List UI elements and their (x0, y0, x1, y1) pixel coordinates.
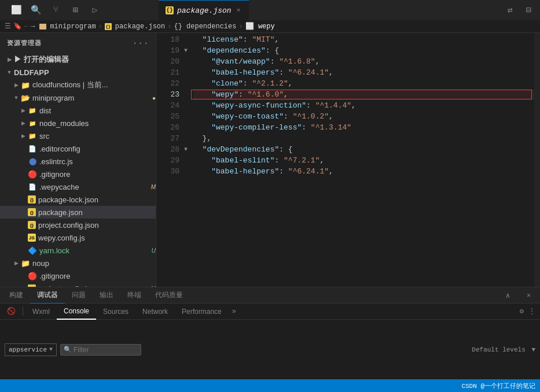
panel-close-button[interactable]: × (520, 287, 538, 304)
open-editors-arrow: ▶ (5, 57, 14, 62)
panel-tab-terminal[interactable]: 终端 (120, 287, 148, 304)
appservice-selector[interactable]: appservice ▼ (5, 343, 57, 356)
sidebar-item-dldfapp[interactable]: ▼ DLDFAPP (0, 66, 156, 79)
sidebar-item-yarn-lock[interactable]: 🔷 yarn.lock U (0, 244, 156, 257)
sidebar-item-eslintrc[interactable]: ⬤ .eslintrc.js (0, 155, 156, 168)
wc-label: .wepycache (39, 183, 149, 191)
console-clear-button[interactable]: 🚫 (5, 307, 18, 316)
sidebar-item-wepycache[interactable]: 📄 .wepycache M (0, 180, 156, 193)
title-bar-right: ⇄ ⊟ (503, 3, 540, 17)
tab-package-json[interactable]: {} package.json × (159, 0, 249, 20)
git-icon[interactable]: ⑂ (49, 3, 63, 17)
panel-collapse-button[interactable]: ∧ (498, 287, 517, 304)
run-icon[interactable]: ▷ (88, 3, 102, 17)
breadcrumb-menu-icon[interactable]: ☰ (5, 22, 11, 31)
sidebar-item-dist[interactable]: ▶ 📁 dist (0, 104, 156, 117)
eslint-icon: ⬤ (28, 157, 37, 166)
sidebar-item-noup-gitignore[interactable]: 🔴 .gitignore (0, 269, 156, 282)
sidebar-item-gitignore[interactable]: 🔴 .gitignore (0, 168, 156, 180)
code-line-24: "wepy-async-function": "^1.4.4", (193, 100, 534, 111)
sidebar-item-node-modules[interactable]: ▶ 📁 node_modules (0, 117, 156, 130)
dist-label: dist (39, 106, 156, 115)
noup-arrow: ▶ (12, 260, 21, 266)
tab-close-button[interactable]: × (235, 6, 243, 14)
main-content: 资源管理器 ··· ▶ ▶ 打开的编辑器 ▼ DLDFAPP ▶ 📁 cloud… (0, 33, 540, 287)
panel-tab-build[interactable]: 构建 (2, 287, 30, 304)
nav-back-icon[interactable]: ← (24, 23, 28, 31)
console-tab-wxml[interactable]: Wxml (25, 304, 57, 320)
breadcrumb-miniprogram[interactable]: miniprogram (50, 23, 95, 31)
breadcrumb-chevron-3: › (238, 23, 243, 31)
console-bottom-row: appservice ▼ 🔍 Default levels ▼ (5, 343, 535, 356)
noup-label: noup (32, 259, 156, 268)
code-line-27: }, (193, 133, 534, 144)
status-csdn: CSDN @一个打工仔的笔记 (461, 382, 535, 390)
sidebar-more-button[interactable]: ··· (132, 38, 149, 49)
breadcrumb-bookmark-icon[interactable]: 🔖 (13, 22, 22, 31)
code-line-30: "babel-helpers": "^6.24.1", (193, 166, 534, 177)
code-line-28: ▼ "devDependencies": { (193, 144, 534, 155)
breadcrumb-chevron-2: › (167, 23, 171, 31)
yl-label: yarn.lock (39, 246, 149, 255)
pc-label: project.config.json (38, 221, 156, 230)
editor-tabs: {} package.json × (156, 0, 503, 20)
dldfapp-arrow: ▼ (5, 69, 14, 75)
code-line-23: "wepy": "^1.6.0", (193, 89, 534, 100)
sidebar-item-miniprogram[interactable]: ▼ 📂 miniprogram ● (0, 91, 156, 104)
code-container: 18192021222324252627282930 "license": "M… (156, 33, 540, 287)
panel-tab-debugger[interactable]: 调试器 (30, 287, 65, 304)
sidebar-item-package-lock[interactable]: {} package-lock.json (0, 193, 156, 206)
breadcrumb-package-json[interactable]: package.json (115, 23, 165, 31)
bottom-area: 构建 调试器 问题 输出 终端 代码质量 ∧ × 🚫 Wxml Console … (0, 287, 540, 379)
breadcrumb-wepy[interactable]: ⬜ wepy (245, 22, 275, 31)
explorer-icon[interactable]: ⬜ (9, 3, 23, 17)
nav-forward-icon[interactable]: → (31, 23, 35, 31)
panel-tab-code-quality[interactable]: 代码质量 (148, 287, 190, 304)
filter-input[interactable] (60, 344, 141, 356)
sidebar-item-cloudfunctions[interactable]: ▶ 📁 cloudfunctions | 当前... (0, 79, 156, 91)
sidebar-item-open-editors[interactable]: ▶ ▶ 打开的编辑器 (0, 53, 156, 66)
sidebar-item-wepy-config[interactable]: JS wepy.config.js (0, 231, 156, 244)
breadcrumb-dependencies[interactable]: {} dependencies (174, 23, 236, 31)
console-tab-sources[interactable]: Sources (96, 304, 135, 320)
console-right: ⚙ ⋮ (520, 307, 535, 316)
console-settings-icon[interactable]: ⚙ (520, 307, 524, 316)
code-editor[interactable]: "license": "MIT",▼ "dependencies": { "@v… (184, 33, 534, 287)
default-levels-selector[interactable]: Default levels ▼ (472, 346, 535, 353)
search-icon[interactable]: 🔍 (29, 3, 43, 17)
sidebar-item-editorconfig[interactable]: 📄 .editorconfig (0, 142, 156, 155)
sidebar-item-project-config[interactable]: {} project.config.json (0, 219, 156, 231)
collapse-arrow-28[interactable]: ▼ (184, 144, 188, 155)
console-tab-performance[interactable]: Performance (175, 304, 229, 320)
line-numbers: 18192021222324252627282930 (156, 33, 184, 287)
nm-arrow: ▶ (19, 120, 28, 126)
sidebar-icons: ⬜ 🔍 ⑂ ⊞ ▷ (5, 3, 106, 17)
extensions-icon[interactable]: ⊞ (68, 3, 82, 17)
src-label: src (39, 132, 156, 140)
pl-icon: {} (28, 195, 36, 204)
eslint-label: .eslintrc.js (39, 157, 156, 166)
panel-tabs: 构建 调试器 问题 输出 终端 代码质量 ∧ × (0, 287, 540, 304)
console-more-tabs[interactable]: » (229, 308, 240, 316)
ng-label: .gitignore (39, 272, 156, 280)
sidebar-item-noup[interactable]: ▶ 📁 noup (0, 257, 156, 269)
console-tab-console[interactable]: Console (57, 304, 96, 320)
sidebar-tree: ▶ ▶ 打开的编辑器 ▼ DLDFAPP ▶ 📁 cloudfunctions … (0, 53, 156, 287)
console-more-icon[interactable]: ⋮ (528, 307, 535, 316)
collapse-arrow-19[interactable]: ▼ (184, 45, 188, 56)
code-line-29: "babel-eslint": "^7.2.1", (193, 155, 534, 166)
sidebar-item-src[interactable]: ▶ 📁 src (0, 130, 156, 142)
git-label: .gitignore (39, 170, 156, 179)
title-bar: ⬜ 🔍 ⑂ ⊞ ▷ {} package.json × ⇄ ⊟ (0, 0, 540, 20)
sidebar-item-package-json[interactable]: {} package.json (0, 206, 156, 219)
panel-tab-problems[interactable]: 问题 (65, 287, 93, 304)
tab-label: package.json (177, 6, 232, 15)
console-tab-network[interactable]: Network (135, 304, 175, 320)
layout-icon[interactable]: ⊟ (521, 3, 535, 17)
noup-icon: 📁 (21, 258, 30, 268)
mp-label: miniprogram (32, 94, 150, 102)
panel-tab-output[interactable]: 输出 (93, 287, 120, 304)
sync-icon[interactable]: ⇄ (503, 3, 517, 17)
sidebar-item-noup-project-config[interactable]: {} project.config.json M (0, 282, 156, 287)
console-toolbar: 🚫 Wxml Console Sources Network Performan… (0, 304, 540, 320)
